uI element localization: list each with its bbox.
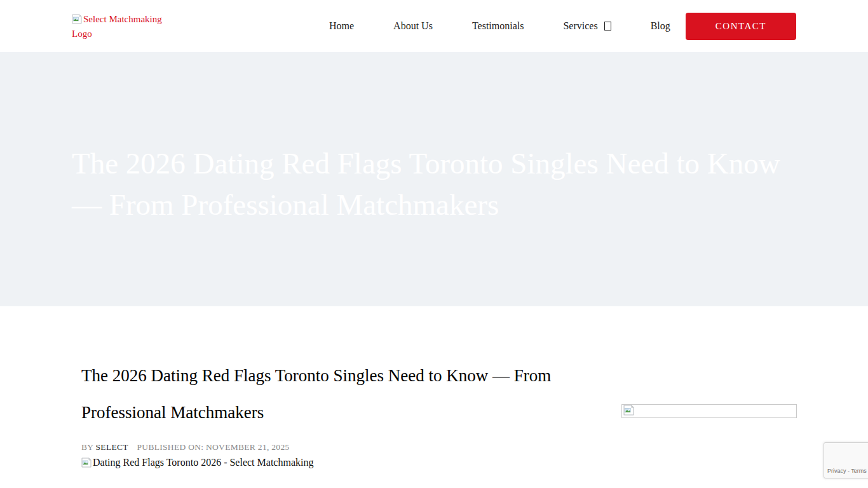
byline: BY SELECT PUBLISHED ON: NOVEMBER 21, 202… xyxy=(81,442,868,452)
main-nav: Home About Us Testimonials Services Blog xyxy=(329,14,670,38)
logo-alt-text: Select Matchmaking Logo xyxy=(72,14,162,39)
hero-section: The 2026 Dating Red Flags Toronto Single… xyxy=(0,52,868,306)
broken-image-icon xyxy=(72,14,82,27)
contact-button[interactable]: CONTACT xyxy=(686,13,796,40)
byline-author: SELECT xyxy=(96,442,128,452)
article-image-broken: Dating Red Flags Toronto 2026 - Select M… xyxy=(81,457,868,470)
services-dropdown-icon xyxy=(604,22,611,30)
hero-title: The 2026 Dating Red Flags Toronto Single… xyxy=(72,143,783,226)
recaptcha-badge[interactable]: Privacy - Terms xyxy=(824,442,868,478)
nav-item-blog[interactable]: Blog xyxy=(651,14,670,38)
nav-item-services[interactable]: Services xyxy=(563,14,611,38)
recaptcha-privacy-terms[interactable]: Privacy - Terms xyxy=(827,468,867,474)
nav-item-testimonials[interactable]: Testimonials xyxy=(472,14,524,38)
article-image-alt-text: Dating Red Flags Toronto 2026 - Select M… xyxy=(93,457,313,468)
nav-item-about-us[interactable]: About Us xyxy=(393,14,433,38)
sidebar-thumbnail-broken[interactable] xyxy=(621,404,797,418)
byline-by-label: BY xyxy=(81,442,93,452)
broken-image-icon xyxy=(623,405,634,418)
site-header: Select Matchmaking Logo Home About Us Te… xyxy=(0,0,868,52)
published-label: PUBLISHED ON: xyxy=(137,442,204,452)
logo-link[interactable]: Select Matchmaking Logo xyxy=(72,13,173,40)
article-content: The 2026 Dating Red Flags Toronto Single… xyxy=(0,306,868,470)
broken-image-icon xyxy=(81,458,92,470)
article-title: The 2026 Dating Red Flags Toronto Single… xyxy=(81,357,577,431)
nav-item-home[interactable]: Home xyxy=(329,14,354,38)
published-date: NOVEMBER 21, 2025 xyxy=(206,442,289,452)
nav-item-services-label: Services xyxy=(563,20,597,31)
